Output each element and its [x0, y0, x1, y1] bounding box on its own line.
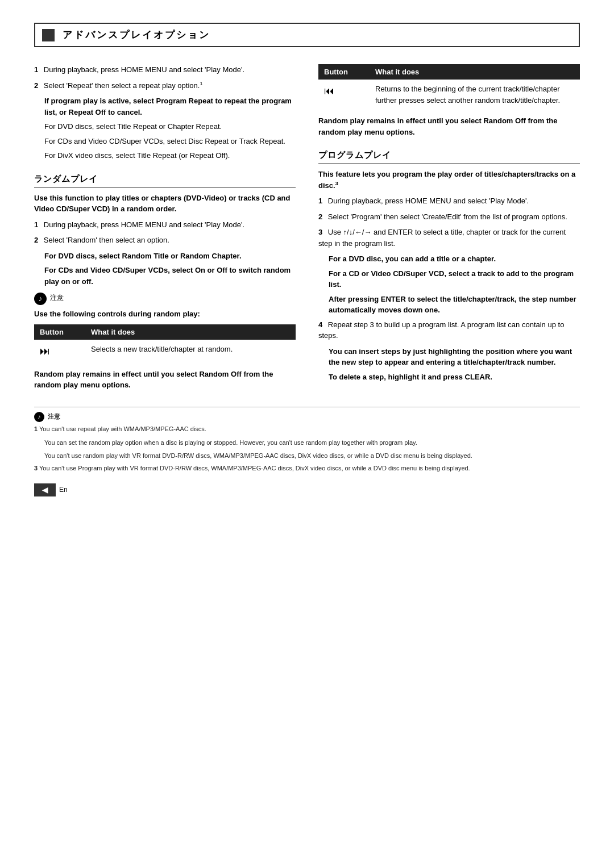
random-step-2: 2 Select 'Random' then select an option. — [34, 235, 296, 246]
footnote-icon-label: 注意 — [48, 412, 60, 422]
right-table-header-button: Button — [318, 64, 370, 80]
sup-3: 3 — [335, 181, 338, 186]
table-row: ⏭ Selects a new track/title/chapter at r… — [34, 340, 296, 363]
right-column: Button What it does ⏮ Returns to the beg… — [318, 64, 580, 395]
table-row: ⏮ Returns to the beginning of the curren… — [318, 80, 580, 110]
table-cell-what: Selects a new track/title/chapter at ran… — [85, 340, 296, 363]
header-square — [42, 29, 55, 41]
dvd-program-note: For a DVD disc, you can add a title or a… — [318, 253, 580, 265]
page-header: アドバンスプレイオプション — [34, 23, 580, 47]
program-step-2: 2 Select 'Program' then select 'Create/E… — [318, 211, 580, 223]
random-controls-note: Use the following controls during random… — [34, 308, 296, 320]
dvd-random-note: For DVD discs, select Random Title or Ra… — [34, 251, 296, 262]
fn1-text: You can't use repeat play with WMA/MP3/M… — [39, 425, 206, 432]
fn1-num: 1 — [34, 425, 38, 432]
step-2: 2 Select 'Repeat' then select a repeat p… — [34, 80, 296, 91]
cd-program-note: For a CD or Video CD/Super VCD, select a… — [318, 268, 580, 290]
random-button-icon: ⏭ — [40, 345, 50, 357]
footnote-3: 3 You can't use Program play with VR for… — [34, 464, 580, 473]
footnote-icon-row: ♪ 注意 — [34, 412, 580, 422]
right-table-header-what: What it does — [370, 64, 580, 80]
program-step-1: 1 During playback, press HOME MENU and s… — [318, 195, 580, 207]
cd-random-note: For CDs and Video CD/Super VCDs, select … — [34, 265, 296, 287]
random-step-1: 1 During playback, press HOME MENU and s… — [34, 219, 296, 231]
program-step-3-text: Use ↑/↓/←/→ and ENTER to select a title,… — [318, 228, 566, 248]
page-title: アドバンスプレイオプション — [63, 28, 210, 41]
footnote-2-indent: You can't use random play with VR format… — [34, 451, 580, 461]
page-num-label: En — [59, 486, 68, 494]
program-step-2-num: 2 — [318, 212, 322, 221]
program-step-4-text: Repeat step 3 to build up a program list… — [318, 320, 564, 340]
program-step-1-num: 1 — [318, 197, 322, 205]
random-controls-table: Button What it does ⏭ Selects a new trac… — [34, 324, 296, 363]
right-controls-table: Button What it does ⏮ Returns to the beg… — [318, 64, 580, 110]
sup-1: 1 — [200, 81, 202, 86]
program-step-1-text: During playback, press HOME MENU and sel… — [328, 197, 529, 205]
step-1-text: During playback, press HOME MENU and sel… — [44, 65, 244, 74]
note-label: 注意 — [50, 293, 296, 303]
table-header-what: What it does — [85, 324, 296, 340]
dvd-repeat-note: For DVD discs, select Title Repeat or Ch… — [34, 121, 296, 132]
insert-steps-note: You can insert steps by just highlightin… — [318, 346, 580, 368]
step-1-number: 1 — [34, 65, 38, 74]
random-step-1-text: During playback, press HOME MENU and sel… — [44, 220, 244, 229]
repeat-program-note: If program play is active, select Progra… — [34, 95, 296, 118]
program-step-3-num: 3 — [318, 228, 322, 236]
page-arrow: ◀ — [34, 483, 56, 496]
prev-button-icon: ⏮ — [324, 85, 334, 97]
main-content: 1 During playback, press HOME MENU and s… — [34, 64, 580, 395]
footnotes: ♪ 注意 1 You can't use repeat play with WM… — [34, 407, 580, 473]
note-row: ♪ 注意 — [34, 293, 296, 305]
divx-repeat-note: For DivX video discs, select Title Repea… — [34, 150, 296, 161]
step-2-text: Select 'Repeat' then select a repeat pla… — [44, 81, 203, 90]
step-2-number: 2 — [34, 81, 38, 90]
right-table-cell-what: Returns to the beginning of the current … — [370, 80, 580, 110]
random-step-1-number: 1 — [34, 220, 38, 229]
program-play-heading: プログラムプレイ — [318, 148, 580, 164]
program-step-2-text: Select 'Program' then select 'Create/Edi… — [328, 212, 567, 221]
program-play-intro: This feature lets you program the play o… — [318, 169, 580, 191]
footnote-1: 1 You can't use repeat play with WMA/MP3… — [34, 424, 580, 434]
random-effect-note: Random play remains in effect until you … — [34, 369, 296, 391]
enter-program-note: After pressing ENTER to select the title… — [318, 294, 580, 316]
note-icon: ♪ — [34, 293, 47, 305]
program-step-4: 4 Repeat step 3 to build up a program li… — [318, 319, 580, 341]
right-table-cell-button: ⏮ — [318, 80, 370, 110]
right-random-note: Random play remains in effect until you … — [318, 115, 580, 137]
delete-step-note: To delete a step, highlight it and press… — [318, 372, 580, 383]
program-play-intro-text: This feature lets you program the play o… — [318, 170, 575, 190]
left-column: 1 During playback, press HOME MENU and s… — [34, 64, 296, 395]
program-step-3: 3 Use ↑/↓/←/→ and ENTER to select a titl… — [318, 227, 580, 249]
random-step-2-text: Select 'Random' then select an option. — [44, 236, 169, 244]
random-play-intro: Use this function to play titles or chap… — [34, 193, 296, 215]
program-step-4-num: 4 — [318, 320, 322, 329]
random-step-2-number: 2 — [34, 236, 38, 244]
step-1: 1 During playback, press HOME MENU and s… — [34, 64, 296, 76]
table-cell-button: ⏭ — [34, 340, 85, 363]
fn3-num: 3 — [34, 465, 38, 471]
cd-repeat-note: For CDs and Video CD/Super VCDs, select … — [34, 136, 296, 147]
random-play-heading: ランダムプレイ — [34, 172, 296, 188]
fn3-text: You can't use Program play with VR forma… — [39, 465, 470, 471]
footnote-icon: ♪ — [34, 412, 44, 422]
footnote-2: You can set the random play option when … — [34, 438, 580, 448]
page-number-row: ◀ En — [34, 483, 580, 496]
table-header-button: Button — [34, 324, 85, 340]
